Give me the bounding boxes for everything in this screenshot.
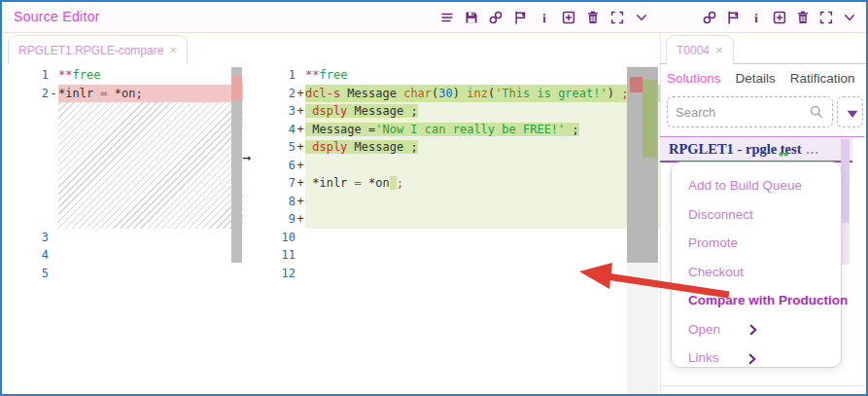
save-icon[interactable] (464, 10, 479, 25)
add-box-icon[interactable] (772, 10, 787, 25)
menu-item-links[interactable]: Links (672, 343, 841, 373)
code-line[interactable]: 5 (2, 265, 243, 283)
tab-t0004[interactable]: T0004 × (666, 35, 734, 64)
flag-icon[interactable] (512, 10, 528, 25)
svg-text:i: i (754, 12, 758, 25)
diff-marker: + (295, 85, 305, 103)
close-icon[interactable]: × (715, 43, 723, 57)
menu-lines-icon[interactable] (439, 10, 455, 25)
diff-editor[interactable]: 1**free2-*inlr = *on;345 1**free2+dcl-s … (2, 66, 660, 394)
diff-marker (295, 229, 305, 247)
overview-removed-mark (231, 76, 242, 100)
menu-item-checkout[interactable]: Checkout (672, 258, 841, 287)
line-number: 1 (245, 66, 295, 85)
search-box[interactable] (667, 96, 833, 127)
trash-icon[interactable] (585, 10, 601, 25)
menu-item-label: Promote (688, 235, 738, 250)
tab-ratification[interactable]: Ratification (790, 71, 855, 86)
code-line[interactable]: 7+ *inlr = *on ; (245, 174, 660, 193)
menu-item-label: Disconnect (688, 207, 753, 222)
menu-item-add-to-build-queue[interactable]: Add to Build Queue (672, 171, 841, 200)
tab-details[interactable]: Details (736, 71, 776, 86)
code-text (305, 229, 660, 247)
tab-rpglet1-compare[interactable]: RPGLET1.RPGLE-compare × (8, 35, 188, 64)
diff-marker (295, 66, 305, 85)
scrollbar-thumb[interactable] (841, 139, 850, 223)
diff-marker (295, 246, 305, 265)
code-text (58, 265, 243, 283)
menu-item-open[interactable]: Open (672, 315, 841, 344)
code-token: = (100, 87, 114, 100)
solution-row[interactable]: RPGLET1 - rpgle test ... (660, 137, 852, 162)
code-line[interactable]: 1**free (2, 66, 243, 85)
line-number: 5 (2, 265, 49, 283)
code-line[interactable]: 9+ (245, 210, 660, 229)
diff-change-arrow-icon: → (242, 149, 251, 166)
chevron-down-icon[interactable] (842, 10, 857, 25)
chevron-down-icon[interactable] (634, 10, 649, 25)
code-line[interactable]: 6+ (245, 157, 660, 175)
right-editor-scrollbar[interactable] (627, 66, 658, 394)
code-token: *inlr (305, 176, 355, 190)
code-line[interactable]: 3+ dsply Message ; (245, 102, 660, 121)
line-number: 10 (245, 229, 295, 247)
code-line[interactable]: 11 (245, 246, 660, 265)
expand-icon[interactable] (609, 10, 625, 25)
code-line[interactable]: 12 (245, 265, 660, 283)
code-text (305, 265, 660, 283)
code-token: ) (608, 87, 614, 100)
diff-marker: + (295, 157, 305, 175)
search-filter-dropdown[interactable] (837, 96, 863, 127)
menu-item-compare-with-production[interactable]: Compare with Production (672, 286, 841, 315)
panel-tabs: SolutionsDetailsRatification (667, 71, 855, 86)
tab-label: T0004 (677, 44, 710, 57)
code-token: Message ; (347, 140, 417, 154)
code-token (390, 176, 397, 190)
code-text: Message ='Now I can really be FREE!' ; (305, 121, 660, 139)
code-line[interactable]: 2+dcl-s Message char(30) inz('This is gr… (245, 85, 660, 103)
menu-item-disconnect[interactable]: Disconnect (672, 200, 841, 230)
tab-solutions[interactable]: Solutions (667, 71, 721, 86)
info-icon[interactable]: i (748, 10, 764, 25)
menu-item-promote[interactable]: Promote (672, 229, 841, 258)
diff-pane-original[interactable]: 1**free2-*inlr = *on;345 (2, 66, 243, 394)
caret-down-icon (845, 106, 856, 118)
code-line[interactable]: 2-*inlr = *on; (2, 85, 243, 103)
solutions-scrollbar[interactable] (841, 139, 850, 265)
code-line[interactable]: 10 (245, 229, 660, 247)
link-icon[interactable] (488, 10, 503, 25)
code-text (305, 157, 660, 175)
link-icon[interactable] (702, 10, 717, 25)
search-input[interactable] (676, 105, 809, 120)
line-number: 6 (245, 157, 295, 175)
flag-icon[interactable] (725, 10, 741, 25)
close-icon[interactable]: × (169, 43, 177, 57)
header-bar: Source Editor i i (2, 2, 866, 33)
info-icon[interactable]: i (537, 10, 552, 25)
trash-icon[interactable] (795, 10, 811, 25)
diff-pane-modified[interactable]: 1**free2+dcl-s Message char(30) inz('Thi… (245, 66, 660, 394)
expand-icon[interactable] (818, 10, 834, 25)
code-text: **free (58, 66, 243, 85)
line-number: 4 (2, 246, 49, 265)
diff-marker: + (295, 210, 305, 229)
code-line[interactable]: 1**free (245, 66, 660, 85)
code-token: Message (340, 87, 403, 100)
add-box-icon[interactable] (561, 10, 576, 25)
code-token: dsply (305, 140, 347, 154)
code-line[interactable]: 4+ Message ='Now I can really be FREE!' … (245, 121, 660, 139)
code-line[interactable]: 3 (2, 229, 243, 247)
tab-label: RPGLET1.RPGLE-compare (18, 44, 163, 57)
code-token: *on; (115, 87, 143, 100)
diff-marker (295, 265, 305, 283)
code-line[interactable]: 8+ (245, 193, 660, 211)
line-number: 3 (245, 102, 295, 121)
chevron-right-icon (745, 351, 758, 365)
chevron-right-icon (746, 322, 759, 336)
code-line[interactable]: 4 (2, 246, 243, 265)
code-line[interactable]: 5+ dsply Message ; (245, 138, 660, 157)
left-editor-scrollbar[interactable] (231, 66, 242, 394)
diff-filler-hatch (58, 102, 243, 229)
diff-marker (49, 66, 58, 85)
row-actions-button[interactable]: ... (806, 142, 819, 157)
